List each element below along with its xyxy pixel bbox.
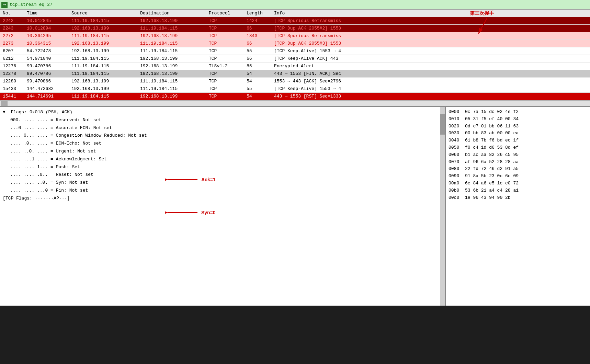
- cell-length: 85: [245, 64, 273, 69]
- table-row[interactable]: 12280 99.470866 192.168.13.199 111.19.18…: [0, 78, 590, 85]
- hex-bytes: 05 31 f5 ef 40 00 34: [465, 116, 568, 123]
- col-protocol: Protocol: [207, 10, 245, 16]
- detail-line: ▼ Flags: 0x018 (PSH, ACK): [0, 109, 445, 116]
- hex-bytes: 6c 84 a6 e5 1c c0 72: [465, 180, 568, 187]
- cell-source: 111.19.184.115: [70, 18, 139, 23]
- cell-time: 54.971040: [25, 56, 70, 61]
- cell-no: 2242: [1, 18, 25, 23]
- detail-line: .... .... ..0. = Syn: Not set: [0, 179, 445, 187]
- filter-icon: ⟶: [1, 2, 8, 8]
- detail-line: ...0 .... .... = Accurate ECN: Not set: [0, 124, 445, 132]
- hex-row: 008022 fd 72 46 d2 91 a5: [449, 166, 587, 173]
- cell-no: 2243: [1, 26, 25, 31]
- hex-bytes: 91 8a 5b 23 0c 6c 09: [465, 173, 568, 180]
- cell-protocol: TCP: [207, 79, 245, 84]
- horizontal-scrollbar[interactable]: [0, 100, 590, 106]
- table-row[interactable]: 12278 99.470786 111.19.184.115 192.168.1…: [0, 70, 590, 78]
- hex-offset: 0030: [449, 130, 462, 137]
- hex-bytes: 53 6b 21 a4 c4 28 a1: [465, 187, 568, 194]
- detail-line: .... ..0. .... = Urgent: Not set: [0, 148, 445, 156]
- hex-row: 00200d c7 01 bb 06 11 63: [449, 123, 587, 130]
- hex-row: 004061 b8 7b f6 bd ec 1f: [449, 137, 587, 144]
- cell-protocol: TCP: [207, 48, 245, 54]
- hex-bytes: 0c 7a 15 dc 02 4e f2: [465, 109, 568, 116]
- cell-info: [TCP Keep-Alive] 1553 → 4: [273, 48, 589, 54]
- cell-destination: 192.168.13.199: [139, 18, 207, 23]
- cell-info: [TCP Keep-Alive ACK] 443: [273, 56, 589, 61]
- filter-input[interactable]: [10, 2, 113, 7]
- hex-rows: 00000c 7a 15 dc 02 4e f2001005 31 f5 ef …: [449, 109, 587, 201]
- cell-info: 443 → 1553 [RST] Seq=1333: [273, 94, 589, 99]
- hex-offset: 0070: [449, 159, 462, 166]
- cell-length: 55: [245, 48, 273, 54]
- cell-destination: 192.168.13.199: [139, 71, 207, 76]
- detail-scrollbar-thumb[interactable]: [440, 114, 445, 135]
- hex-bytes: f0 c4 1d d6 53 8d ef: [465, 144, 568, 151]
- cell-time: 144.472682: [25, 86, 70, 91]
- detail-line: .... .... ...0 = Fin: Not set: [0, 187, 445, 195]
- hex-bytes: b1 ac aa 82 26 c5 95: [465, 151, 568, 159]
- cell-length: 55: [245, 86, 273, 91]
- cell-no: 15433: [1, 86, 25, 91]
- cell-no: 2273: [1, 41, 25, 46]
- detail-line: .... .... 1... = Push: Set: [0, 163, 445, 171]
- cell-destination: 111.19.184.115: [139, 86, 207, 91]
- table-row[interactable]: 2243 10.012894 192.168.13.199 111.19.184…: [0, 25, 590, 32]
- detail-line: [TCP Flags: ·······AP···]: [0, 195, 445, 203]
- detail-line: 000. .... .... = Reserved: Not set: [0, 116, 445, 124]
- cell-length: 66: [245, 26, 273, 31]
- cell-info: 1553 → 443 [ACK] Seq=2796: [273, 79, 589, 84]
- hex-bytes: 0d c7 01 bb 06 11 63: [465, 123, 568, 130]
- hex-offset: 0040: [449, 137, 462, 144]
- cell-no: 6207: [1, 48, 25, 54]
- hex-row: 009091 8a 5b 23 0c 6c 09: [449, 173, 587, 180]
- hex-offset: 0090: [449, 173, 462, 180]
- cell-source: 111.19.184.115: [70, 94, 139, 99]
- table-row[interactable]: 6212 54.971040 111.19.184.115 192.168.13…: [0, 55, 590, 62]
- cell-source: 111.19.184.115: [70, 33, 139, 38]
- cell-time: 10.364315: [25, 41, 70, 46]
- cell-protocol: TCP: [207, 26, 245, 31]
- hex-offset: 0060: [449, 151, 462, 159]
- detail-scrollbar[interactable]: [440, 107, 445, 306]
- table-row[interactable]: 2242 10.012845 111.19.184.115 192.168.13…: [0, 17, 590, 25]
- hex-offset: 0080: [449, 166, 462, 173]
- cell-source: 111.19.184.115: [70, 56, 139, 61]
- col-destination: Destination: [139, 10, 207, 16]
- table-row[interactable]: 2272 10.364295 111.19.184.115 192.168.13…: [0, 32, 590, 40]
- cell-length: 66: [245, 56, 273, 61]
- table-row[interactable]: 15433 144.472682 192.168.13.199 111.19.1…: [0, 85, 590, 93]
- cell-source: 192.168.13.199: [70, 79, 139, 84]
- cell-destination: 192.168.13.199: [139, 64, 207, 69]
- cell-protocol: TCP: [207, 18, 245, 23]
- syn-arrow: [165, 207, 199, 218]
- cell-no: 12280: [1, 79, 25, 84]
- cell-length: 1343: [245, 33, 273, 38]
- packet-list-wrapper: 第三次握手 No. Time Source Destination Protoc…: [0, 10, 590, 100]
- hex-bytes: 22 fd 72 46 d2 91 a5: [465, 166, 568, 173]
- col-no: No.: [1, 10, 25, 16]
- cell-info: Encrypted Alert: [273, 64, 589, 69]
- hex-offset: 00a0: [449, 180, 462, 187]
- hex-bytes: af 96 6a 52 28 28 aa: [465, 159, 568, 166]
- hex-bytes: 61 b8 7b f6 bd ec 1f: [465, 137, 568, 144]
- table-row[interactable]: 15441 144.714691 111.19.184.115 192.168.…: [0, 93, 590, 100]
- table-row[interactable]: 12276 99.470786 111.19.184.115 192.168.1…: [0, 62, 590, 70]
- scroll-thumb[interactable]: [1, 101, 8, 106]
- table-row[interactable]: 6207 54.722478 192.168.13.199 111.19.184…: [0, 47, 590, 55]
- cell-destination: 111.19.184.115: [139, 79, 207, 84]
- detail-panel: ▼ Flags: 0x018 (PSH, ACK)000. .... .... …: [0, 107, 446, 306]
- cell-protocol: TCP: [207, 56, 245, 61]
- cell-no: 12278: [1, 71, 25, 76]
- packet-list: No. Time Source Destination Protocol Len…: [0, 10, 590, 100]
- hex-panel: 00000c 7a 15 dc 02 4e f2001005 31 f5 ef …: [446, 107, 590, 306]
- hex-offset: 0000: [449, 109, 462, 116]
- hex-offset: 00c0: [449, 194, 462, 202]
- cell-info: 443 → 1553 [FIN, ACK] Sec: [273, 71, 589, 76]
- cell-info: [TCP Spurious Retransmiss: [273, 33, 589, 38]
- hex-row: 00a06c 84 a6 e5 1c c0 72: [449, 180, 587, 187]
- col-info: Info: [273, 10, 589, 16]
- table-row[interactable]: 2273 10.364315 192.168.13.199 111.19.184…: [0, 40, 590, 47]
- hex-bytes: 00 bb 83 ab 00 00 ea: [465, 130, 568, 137]
- bottom-panel: ▼ Flags: 0x018 (PSH, ACK)000. .... .... …: [0, 106, 590, 306]
